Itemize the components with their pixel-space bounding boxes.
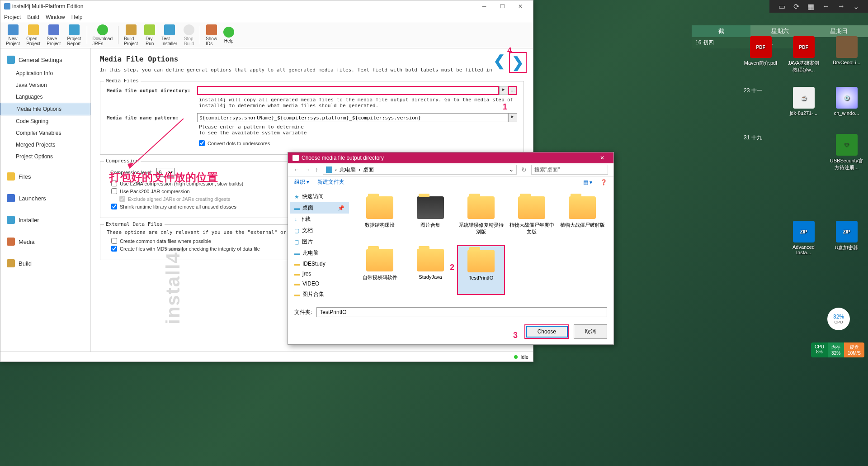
desktop-icon[interactable]: ZIPU盘加密器 [830,221,863,255]
refresh-button[interactable]: ↻ [521,166,527,173]
nav-up-button[interactable]: ↑ [315,166,318,173]
desktop-icon[interactable]: ☕jdk-8u271-... [787,87,821,116]
sidebar-downloads[interactable]: ↓下载 [290,214,349,225]
filename-input[interactable] [316,307,607,317]
forward-icon[interactable]: → [838,2,845,10]
desktop-icon[interactable]: ZIPAdvanced Insta... [787,221,821,255]
page-desc: In this step, you can define general opt… [100,67,524,73]
sidebar-build[interactable]: Build [0,256,90,271]
desktop-icon[interactable]: PDFJAVA基础案例教程@w... [787,36,821,73]
lzma-checkbox[interactable] [111,181,117,186]
desktop-icon[interactable]: PDFMaven简介.pdf [744,36,778,73]
dialog-close-button[interactable]: ✕ [595,155,609,161]
search-input[interactable] [531,165,608,175]
output-dir-input[interactable] [197,86,499,95]
sidebar-item-app-info[interactable]: Application Info [0,67,90,79]
choose-button[interactable]: Choose [526,326,568,338]
help-button[interactable]: Help [221,26,237,44]
menu-build[interactable]: Build [27,14,39,20]
menu-help[interactable]: Help [71,14,83,20]
sidebar-item-java-version[interactable]: Java Version [0,79,90,91]
sidebar-item-project-options[interactable]: Project Options [0,151,90,162]
sidebar-general-settings[interactable]: General Settings [0,52,90,67]
convert-dots-checkbox[interactable] [199,140,205,146]
jar-icon: ☕ [793,87,815,109]
sidebar-folder[interactable]: ▬IDEStudy [290,259,349,269]
sidebar-this-pc[interactable]: ▬此电脑 [290,247,349,259]
sidebar-desktop[interactable]: ▬桌面📌 [290,202,349,214]
sidebar-files[interactable]: Files [0,169,90,184]
sidebar-launchers[interactable]: Launchers [0,190,90,206]
new-project-button[interactable]: New Project [3,24,23,47]
sidebar-folder[interactable]: ▬jres [290,269,349,279]
cancel-button[interactable]: 取消 [574,324,607,339]
nav-back-button[interactable]: ← [293,166,300,173]
view-button[interactable]: ▦ ▾ [583,179,592,185]
desktop-icon[interactable]: DrvCeooLi... [830,36,863,73]
sidebar-item-code-signing[interactable]: Code Signing [0,115,90,127]
minimize-button[interactable]: ─ [475,3,493,10]
sync-icon[interactable]: ⟳ [793,2,799,11]
desktop-icon[interactable]: 🛡USBSecurity官方待注册... [830,134,863,171]
prev-arrow[interactable]: ❮ [493,52,505,73]
folder-item[interactable]: 系统错误修复精灵特别版 [457,193,505,243]
sidebar-documents[interactable]: ▢文档 [290,225,349,236]
folder-item[interactable]: 自带授权码软件 [356,245,404,295]
device-icon[interactable]: ▭ [778,2,785,11]
sidebar-folder[interactable]: ▬图片合集 [290,289,349,300]
project-report-button[interactable]: Project Report [64,24,84,47]
day-header-sun: 星期日 [809,25,868,37]
show-ids-button[interactable]: Show IDs [203,24,220,47]
help-icon[interactable]: ❓ [600,179,607,185]
shrink-checkbox[interactable] [111,204,117,209]
common-data-checkbox[interactable] [111,238,117,244]
download-jres-button[interactable]: Download JREs [90,24,115,47]
save-project-button[interactable]: Save Project [44,24,63,47]
menu-project[interactable]: Project [4,14,21,20]
stop-build-button[interactable]: Stop Build [181,24,197,47]
sidebar-pictures[interactable]: ▢图片 [290,236,349,247]
maximize-button[interactable]: ☐ [493,3,511,10]
sidebar-media[interactable]: Media [0,234,90,249]
pack200-checkbox[interactable] [111,188,117,194]
down-icon[interactable]: ⌄ [853,2,859,11]
pack200-label: Use Pack200 JAR compression [120,189,190,194]
open-project-button[interactable]: Open Project [24,24,43,47]
pattern-input[interactable] [197,113,508,122]
path-segment[interactable]: 桌面 [363,166,374,174]
calendar-icon[interactable]: ▦ [807,2,814,11]
path-segment[interactable]: 此电脑 [340,166,356,174]
sidebar-installer[interactable]: Installer [0,212,90,228]
sidebar-item-media-file-options[interactable]: Media File Options [0,103,90,115]
sidebar-item-languages[interactable]: Languages [0,91,90,103]
folder-item[interactable]: 数据结构课设 [356,193,404,243]
dropdown-button[interactable]: ▸ [508,113,517,122]
folder-item[interactable]: 植物大战僵尸破解版 [558,193,606,243]
nav-forward-button[interactable]: → [304,166,311,173]
menu-window[interactable]: Window [46,14,65,20]
folder-item-selected[interactable]: TestPrintIO [457,245,505,295]
app-icon [4,3,10,10]
close-button[interactable]: ✕ [511,3,529,10]
path-bar[interactable]: › 此电脑 › 桌面 ⌄ [323,165,517,175]
folder-item[interactable]: 植物大战僵尸年度中文版 [508,193,556,243]
next-arrow[interactable]: ❯ [512,54,524,71]
test-installer-button[interactable]: Test Installer [159,24,180,47]
md5-checkbox[interactable] [111,246,117,252]
dry-run-button[interactable]: Dry Run [142,24,158,47]
sidebar-item-compiler-vars[interactable]: Compiler Variables [0,127,90,139]
back-icon[interactable]: ← [822,2,830,10]
organize-button[interactable]: 组织 ▾ [294,178,309,186]
desktop-icon[interactable]: 💿cn_windo... [830,87,863,116]
browse-button[interactable]: ... [508,86,517,95]
dropdown-button[interactable]: ▸ [499,86,508,95]
folder-item[interactable]: 图片合集 [406,193,454,243]
status-bar: Idle [0,352,533,361]
folder-item[interactable]: StudyJava [406,245,454,295]
new-folder-button[interactable]: 新建文件夹 [317,178,344,186]
build-project-button[interactable]: Build Project [121,24,141,47]
sidebar-folder[interactable]: ▬VIDEO [290,279,349,289]
sidebar-quick-access[interactable]: ★快速访问 [290,191,349,202]
compression-level-select[interactable]: 6 [156,168,175,177]
sidebar-item-merged-projects[interactable]: Merged Projects [0,139,90,151]
